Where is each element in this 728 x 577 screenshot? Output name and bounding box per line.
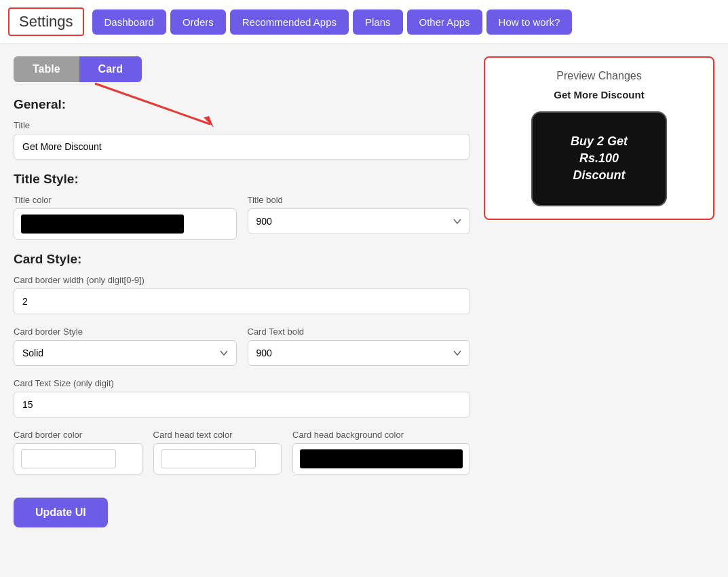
nav-how-to-work[interactable]: How to work?	[486, 10, 573, 35]
card-border-style-select[interactable]: Solid Dashed Dotted Double None	[14, 340, 237, 366]
card-border-color-group: Card border color	[14, 430, 142, 474]
nav-orders[interactable]: Orders	[170, 10, 226, 35]
top-nav: Settings Dashboard Orders Recommended Ap…	[0, 0, 728, 44]
tab-card[interactable]: Card	[79, 56, 142, 82]
title-color-label: Title color	[14, 195, 237, 205]
nav-dashboard[interactable]: Dashboard	[92, 10, 166, 35]
preview-line1: Buy 2 Get	[571, 134, 628, 148]
card-head-text-color-label: Card head text color	[153, 430, 282, 440]
card-text-size-group: Card Text Size (only digit)	[14, 378, 470, 417]
title-color-swatch-container[interactable]	[14, 208, 237, 240]
card-head-bg-color-label: Card head background color	[292, 430, 470, 440]
title-input[interactable]	[14, 134, 470, 160]
card-text-size-input[interactable]	[14, 392, 470, 417]
preview-card-text: Buy 2 Get Rs.100 Discount	[546, 133, 652, 185]
card-border-style-group: Card border Style Solid Dashed Dotted Do…	[14, 327, 237, 366]
preview-title: Preview Changes	[497, 70, 701, 82]
card-border-color-swatch-container[interactable]	[14, 443, 142, 474]
nav-other-apps[interactable]: Other Apps	[407, 10, 482, 35]
preview-subtitle: Get More Discount	[497, 89, 701, 100]
card-text-bold-select[interactable]: 900 800 700 600 500 400 300 200 100	[248, 340, 471, 366]
card-head-bg-color-swatch	[300, 449, 463, 468]
left-panel: Table Card General: Title Title Style: T…	[14, 56, 470, 527]
preview-card: Buy 2 Get Rs.100 Discount	[531, 111, 667, 206]
general-section: General: Title	[14, 97, 470, 160]
tab-group: Table Card	[14, 56, 470, 82]
card-border-color-swatch	[21, 449, 116, 468]
preview-box: Preview Changes Get More Discount Buy 2 …	[484, 56, 714, 220]
card-border-style-label: Card border Style	[14, 327, 237, 337]
settings-brand: Settings	[8, 7, 84, 36]
card-head-text-color-swatch-container[interactable]	[153, 443, 282, 474]
card-border-width-group: Card border width (only digit[0-9])	[14, 275, 470, 314]
card-border-width-input[interactable]	[14, 288, 470, 314]
card-color-row: Card border color Card head text color C…	[14, 430, 470, 487]
tab-table[interactable]: Table	[14, 56, 79, 82]
title-bold-select[interactable]: 900 800 700 600 500 400 300 200 100	[248, 208, 471, 234]
title-style-row: Title color Title bold 900 800 700 600 5…	[14, 195, 470, 252]
card-style-label: Card Style:	[14, 252, 470, 267]
title-bold-label: Title bold	[248, 195, 471, 205]
card-text-bold-label: Card Text bold	[248, 327, 471, 337]
right-panel: Preview Changes Get More Discount Buy 2 …	[484, 56, 714, 527]
card-style-row2: Card border Style Solid Dashed Dotted Do…	[14, 327, 470, 378]
card-head-text-color-group: Card head text color	[153, 430, 282, 474]
nav-plans[interactable]: Plans	[353, 10, 403, 35]
main-content: Table Card General: Title Title Style: T…	[0, 44, 728, 540]
title-bold-group: Title bold 900 800 700 600 500 400 300 2…	[248, 195, 471, 240]
title-style-label: Title Style:	[14, 172, 470, 187]
update-ui-button[interactable]: Update UI	[14, 498, 108, 527]
title-color-group: Title color	[14, 195, 237, 240]
title-label: Title	[14, 120, 470, 130]
card-text-bold-group: Card Text bold 900 800 700 600 500 400 3…	[248, 327, 471, 366]
preview-line2: Rs.100	[579, 151, 619, 165]
title-style-section: Title Style: Title color Title bold 900 …	[14, 172, 470, 252]
card-border-color-label: Card border color	[14, 430, 142, 440]
card-style-section: Card Style: Card border width (only digi…	[14, 252, 470, 487]
card-head-bg-color-swatch-container[interactable]	[292, 443, 470, 474]
general-section-label: General:	[14, 97, 470, 112]
card-head-bg-color-group: Card head background color	[292, 430, 470, 474]
nav-recommended-apps[interactable]: Recommended Apps	[230, 10, 349, 35]
title-color-swatch	[21, 215, 184, 234]
card-border-width-label: Card border width (only digit[0-9])	[14, 275, 470, 285]
preview-line3: Discount	[573, 168, 625, 182]
title-field-group: Title	[14, 120, 470, 160]
card-text-size-label: Card Text Size (only digit)	[14, 378, 470, 388]
card-head-text-color-swatch	[161, 449, 256, 468]
